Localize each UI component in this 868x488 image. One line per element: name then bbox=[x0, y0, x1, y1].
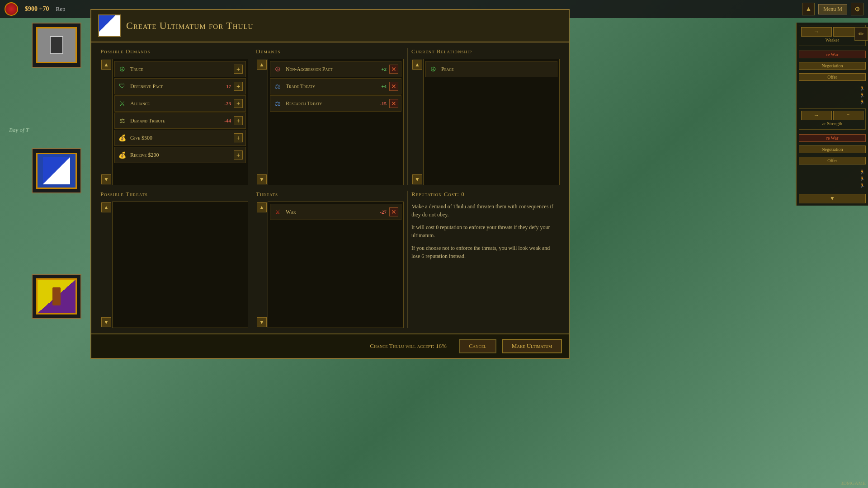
negotiation-btn-1[interactable]: Negotiation bbox=[799, 62, 866, 70]
offer-btn-2[interactable]: Offer bbox=[799, 157, 866, 164]
alliance-add-btn[interactable]: + bbox=[234, 99, 243, 108]
list-item[interactable]: 💰 Give $500 + bbox=[114, 130, 246, 146]
demand-tribute-add-btn[interactable]: + bbox=[234, 116, 243, 125]
offer-btn-1[interactable]: Offer bbox=[799, 73, 866, 81]
demands-scroll-up[interactable]: ▲ bbox=[257, 60, 267, 70]
demand-tribute-icon: ⚖ bbox=[118, 116, 127, 125]
right-icon-4: 🏃 bbox=[799, 169, 866, 175]
research-remove-btn[interactable]: ✕ bbox=[389, 99, 398, 108]
dialog-emblem bbox=[98, 14, 121, 37]
menu-button[interactable]: Menu M bbox=[818, 4, 847, 14]
give-money-icon: 💰 bbox=[118, 133, 127, 142]
settings-icon[interactable]: ⚙ bbox=[851, 3, 863, 15]
top-bar-right: ▲ Menu M ⚙ bbox=[802, 3, 863, 15]
give-money-add-btn[interactable]: + bbox=[234, 133, 243, 142]
relationship-scroll-left: ▲ ▼ bbox=[411, 59, 423, 185]
truce-label: Truce bbox=[130, 66, 234, 73]
possible-demands-list-container: ▲ ▼ ☮ Truce + 🛡 Defensive Pact -17 bbox=[100, 59, 248, 185]
give-money-label: Give $500 bbox=[130, 135, 234, 141]
re-war-btn-1[interactable]: re War bbox=[799, 51, 866, 58]
right-icon-5: 🏃 bbox=[799, 176, 866, 182]
possible-threats-scroll-down[interactable]: ▼ bbox=[101, 317, 111, 327]
demand-tribute-label: Demand Tribute bbox=[130, 117, 224, 124]
right-icon-1: 🏃 bbox=[799, 85, 866, 91]
list-item[interactable]: ⚔ Alliance -23 + bbox=[114, 95, 246, 112]
possible-demands-scroll-left: ▲ ▼ bbox=[100, 59, 112, 185]
faction-card-1[interactable] bbox=[32, 23, 81, 68]
right-minus-btn-2[interactable]: − bbox=[833, 111, 864, 120]
list-item[interactable]: 💰 Receive $200 + bbox=[114, 147, 246, 163]
list-item[interactable]: ⚖ Trade Treaty +4 ✕ bbox=[270, 78, 401, 94]
right-arrow-btn-1[interactable]: → bbox=[801, 27, 832, 37]
relationship-list-container: ▲ ▼ ☮ Peace bbox=[411, 59, 560, 185]
nonagg-icon: ☮ bbox=[273, 65, 282, 74]
list-item[interactable]: ☮ Truce + bbox=[114, 61, 246, 77]
list-item[interactable]: ⚖ Demand Tribute -44 + bbox=[114, 113, 246, 129]
list-item[interactable]: 🛡 Defensive Pact -17 + bbox=[114, 78, 246, 94]
defensive-pact-add-btn[interactable]: + bbox=[234, 82, 243, 91]
relationship-scroll-up[interactable]: ▲ bbox=[412, 60, 422, 70]
research-icon: ⚖ bbox=[273, 99, 282, 108]
truce-add-btn[interactable]: + bbox=[234, 65, 243, 74]
possible-threats-list bbox=[112, 202, 248, 328]
demands-list-container: ▲ ▼ ☮ Non-Aggression Pact +2 ✕ ⚖ Trade T… bbox=[256, 59, 404, 185]
make-ultimatum-button[interactable]: Make Ultimatum bbox=[502, 339, 562, 353]
threats-list-container: ▲ ▼ ⚔ War -27 ✕ bbox=[256, 202, 404, 328]
possible-threats-scroll-up[interactable]: ▲ bbox=[101, 202, 111, 212]
nonagg-remove-btn[interactable]: ✕ bbox=[389, 65, 398, 74]
demands-scroll-down[interactable]: ▼ bbox=[257, 174, 267, 184]
trade-label: Trade Treaty bbox=[286, 83, 381, 90]
reputation-cost-label: Reputation Cost: 0 bbox=[411, 191, 560, 198]
defensive-pact-icon: 🛡 bbox=[118, 82, 127, 91]
threats-label: Threats bbox=[256, 191, 404, 198]
war-remove-btn[interactable]: ✕ bbox=[389, 207, 398, 216]
scroll-up-icon[interactable]: ▲ bbox=[802, 3, 815, 15]
truce-icon: ☮ bbox=[118, 65, 127, 74]
alliance-label: Alliance bbox=[130, 100, 224, 107]
current-relationship-col: Current Relationship ▲ ▼ ☮ Peace bbox=[408, 48, 563, 185]
faction-card-3[interactable] bbox=[32, 274, 81, 319]
war-label: War bbox=[286, 209, 380, 216]
threats-scroll-up[interactable]: ▲ bbox=[257, 202, 267, 212]
right-scroll-down[interactable]: ▼ bbox=[799, 194, 866, 203]
dialog-top-body: Possible Demands ▲ ▼ ☮ Truce + 🛡 bbox=[91, 42, 569, 191]
list-item: ☮ Peace bbox=[425, 61, 557, 77]
trade-icon: ⚖ bbox=[273, 82, 282, 91]
receive-money-add-btn[interactable]: + bbox=[234, 150, 243, 160]
list-item[interactable]: ⚔ War -27 ✕ bbox=[270, 204, 401, 220]
possible-demands-scroll-up[interactable]: ▲ bbox=[101, 60, 111, 70]
edit-button[interactable]: ✏ bbox=[854, 27, 868, 41]
demand-tribute-cost: -44 bbox=[224, 118, 231, 123]
possible-threats-scroll-left: ▲ ▼ bbox=[100, 202, 112, 328]
accept-chance-label: Chance Thulu will accept: 16% bbox=[98, 343, 447, 350]
info-paragraph-2: It will cost 0 reputation to enforce you… bbox=[411, 223, 560, 239]
research-label: Research Treaty bbox=[286, 100, 380, 107]
threats-col: Threats ▲ ▼ ⚔ War -27 ✕ bbox=[252, 191, 408, 328]
faction-list bbox=[32, 23, 86, 319]
threats-scroll-down[interactable]: ▼ bbox=[257, 317, 267, 327]
re-war-btn-2[interactable]: re War bbox=[799, 134, 866, 142]
demands-list: ☮ Non-Aggression Pact +2 ✕ ⚖ Trade Treat… bbox=[268, 59, 404, 185]
list-item[interactable]: ⚖ Research Treaty -15 ✕ bbox=[270, 95, 401, 112]
trade-remove-btn[interactable]: ✕ bbox=[389, 82, 398, 91]
relationship-scroll-down[interactable]: ▼ bbox=[412, 174, 422, 184]
nonagg-label: Non-Aggression Pact bbox=[286, 66, 381, 73]
dialog-bottom-body: Possible Threats ▲ ▼ Threats ▲ ▼ bbox=[91, 191, 569, 333]
cancel-button[interactable]: Cancel bbox=[459, 339, 496, 353]
rep-display: Rep bbox=[56, 5, 65, 13]
faction-card-2[interactable] bbox=[32, 148, 81, 193]
possible-demands-scroll-down[interactable]: ▼ bbox=[101, 174, 111, 184]
dialog-footer: Chance Thulu will accept: 16% Cancel Mak… bbox=[91, 333, 569, 358]
possible-threats-label: Possible Threats bbox=[100, 191, 248, 198]
negotiation-btn-2[interactable]: Negotiation bbox=[799, 145, 866, 153]
possible-demands-label: Possible Demands bbox=[100, 48, 248, 55]
current-relationship-label: Current Relationship bbox=[411, 48, 560, 55]
demands-scroll-left: ▲ ▼ bbox=[256, 59, 268, 185]
ultimatum-dialog: Create Ultimatum for Thulu Possible Dema… bbox=[90, 9, 570, 359]
threats-scroll-left: ▲ ▼ bbox=[256, 202, 268, 328]
right-icon-6: 🏃 bbox=[799, 183, 866, 188]
relationship-list: ☮ Peace bbox=[423, 59, 560, 185]
right-section-2: → − ar Strength bbox=[799, 108, 866, 130]
list-item[interactable]: ☮ Non-Aggression Pact +2 ✕ bbox=[270, 61, 401, 77]
right-arrow-btn-2[interactable]: → bbox=[801, 111, 832, 120]
